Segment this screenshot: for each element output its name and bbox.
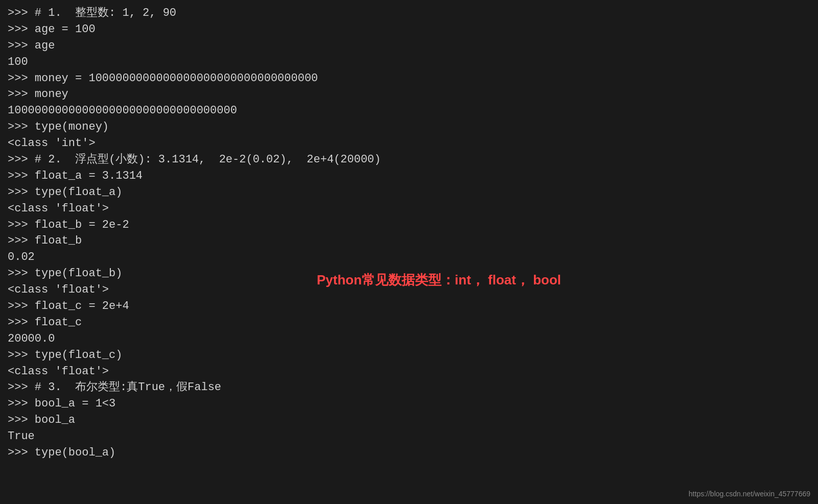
prompt-line: >>> age = 100 xyxy=(8,21,810,38)
output-line: 20000.0 xyxy=(8,331,810,347)
prompt-line: >>> float_a = 3.1314 xyxy=(8,168,810,184)
output-line: <class 'int'> xyxy=(8,135,810,152)
prompt-line: >>> type(float_a) xyxy=(8,184,810,201)
prompt-line: >>> # 1. 整型数: 1, 2, 90 xyxy=(8,5,810,21)
prompt-line: >>> bool_a xyxy=(8,412,810,428)
prompt-line: >>> age xyxy=(8,38,810,54)
output-line: 0.02 xyxy=(8,249,810,266)
prompt-line: >>> money = 1000000000000000000000000000… xyxy=(8,70,810,87)
watermark: https://blog.csdn.net/weixin_45777669 xyxy=(689,489,810,499)
prompt-line: >>> # 2. 浮点型(小数): 3.1314, 2e-2(0.02), 2e… xyxy=(8,152,810,168)
prompt-line: >>> # 3. 布尔类型:真True，假False xyxy=(8,379,810,396)
prompt-line: >>> type(float_c) xyxy=(8,347,810,364)
annotation-label: Python常见数据类型：int， float， bool xyxy=(317,271,561,290)
prompt-line: >>> type(money) xyxy=(8,119,810,135)
prompt-line: >>> type(bool_a) xyxy=(8,445,810,461)
output-line: 1000000000000000000000000000000000 xyxy=(8,103,810,119)
prompt-line: >>> float_c xyxy=(8,315,810,331)
output-line: <class 'float'> xyxy=(8,201,810,217)
prompt-line: >>> bool_a = 1<3 xyxy=(8,396,810,412)
prompt-line: >>> float_c = 2e+4 xyxy=(8,298,810,315)
prompt-line: >>> money xyxy=(8,86,810,103)
output-line: 100 xyxy=(8,54,810,70)
prompt-line: >>> float_b = 2e-2 xyxy=(8,217,810,233)
output-line: True xyxy=(8,428,810,445)
code-lines: >>> # 1. 整型数: 1, 2, 90>>> age = 100>>> a… xyxy=(8,5,810,461)
terminal: >>> # 1. 整型数: 1, 2, 90>>> age = 100>>> a… xyxy=(0,0,818,504)
output-line: <class 'float'> xyxy=(8,364,810,380)
prompt-line: >>> float_b xyxy=(8,233,810,249)
